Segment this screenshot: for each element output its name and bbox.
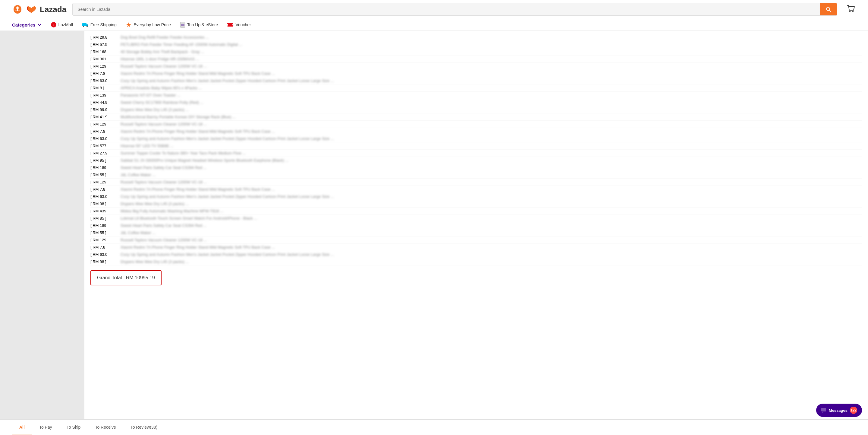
order-item[interactable]: [ RM 63.0 Cozy Up Spring and Autumn Fash… [90, 251, 862, 258]
nav-item-top-up[interactable]: Top Up & eStore [180, 22, 218, 28]
order-price: [ RM 439 [90, 209, 121, 213]
order-price: [ RM 8 ] [90, 86, 121, 90]
tab-to-receive[interactable]: To Receive [88, 420, 123, 430]
order-item[interactable]: [ RM 129 Russell Taylors Vacuum Cleaner … [90, 121, 862, 128]
order-desc: Xiaomi Redmi 7A Phone Finger Ring Holder… [121, 129, 862, 134]
order-item[interactable]: [ RM 95 ] Sabbat S1 JX-S6000Pro Unique M… [90, 157, 862, 164]
order-desc: Russell Taylors Vacuum Cleaner 1200W VC-… [121, 180, 862, 184]
order-desc: Russell Taylors Vacuum Cleaner 1200W VC-… [121, 64, 862, 68]
bottom-tab-bar: AllTo PayTo ShipTo ReceiveTo Review(38) [0, 419, 868, 430]
order-desc: APRICA Anadolu Baby Wipes 80's x 4Packs … [121, 86, 862, 90]
order-desc: Drypers Wee Wee Dry L45 (3 packs) ... [121, 259, 862, 264]
order-desc: Midea 9kg Fully Automatic Washing Machin… [121, 209, 862, 213]
order-item[interactable]: [ RM 7.8 Xiaomi Redmi 7A Phone Finger Ri… [90, 128, 862, 135]
order-price: [ RM 129 [90, 180, 121, 184]
categories-label: Categories [12, 22, 36, 27]
order-item[interactable]: [ RM 7.8 Xiaomi Redmi 7A Phone Finger Ri… [90, 244, 862, 251]
order-item[interactable]: [ RM 8 ] APRICA Anadolu Baby Wipes 80's … [90, 84, 862, 92]
nav-item-lazmall[interactable]: L LazMall [51, 22, 73, 28]
order-desc: Cozy Up Spring and Autumn Fashion Men's … [121, 252, 862, 257]
order-price: [ RM 63.0 [90, 194, 121, 199]
tab-to-pay[interactable]: To Pay [32, 420, 59, 430]
order-item[interactable]: [ RM 98 ] Drypers Wee Wee Dry L45 (3 pac… [90, 258, 862, 265]
order-price: [ RM 29.8 [90, 35, 121, 39]
svg-marker-9 [126, 22, 131, 27]
tab-to-review[interactable]: To Review(38) [123, 420, 164, 430]
search-button[interactable] [820, 3, 837, 16]
order-price: [ RM 7.8 [90, 187, 121, 192]
order-price: [ RM 129 [90, 238, 121, 242]
order-item[interactable]: [ RM 27.9 Summer Topper Cooler To Nature… [90, 150, 862, 157]
order-item[interactable]: [ RM 44.9 Sweet Cherry SC17900 Rainbow P… [90, 99, 862, 106]
everyday-low-price-label: Everyday Low Price [133, 22, 171, 27]
order-desc: PETLIBRO Fish Feeder Timer Feeding AF-15… [121, 42, 862, 47]
order-desc: Cozy Up Spring and Autumn Fashion Men's … [121, 194, 862, 199]
lazmall-icon: L [51, 22, 57, 28]
nav-item-voucher[interactable]: Voucher [227, 22, 251, 27]
order-price: [ RM 98 ] [90, 202, 121, 206]
svg-line-1 [830, 10, 831, 12]
order-desc: Xiaomi Redmi 7A Phone Finger Ring Holder… [121, 245, 862, 250]
order-item[interactable]: [ RM 577 Hisense 55" LED TV 55B8E ... [90, 142, 862, 150]
tab-to-ship[interactable]: To Ship [59, 420, 88, 430]
order-item[interactable]: [ RM 439 Midea 9kg Fully Automatic Washi… [90, 207, 862, 215]
order-item[interactable]: [ RM 361 Hisense 180L 1-door Fridge HR-1… [90, 56, 862, 63]
order-item[interactable]: [ RM 57.5 PETLIBRO Fish Feeder Timer Fee… [90, 41, 862, 48]
order-desc: Drypers Wee Wee Dry L45 (3 packs) ... [121, 107, 862, 112]
order-item[interactable]: [ RM 7.8 Xiaomi Redmi 7A Phone Finger Ri… [90, 186, 862, 193]
categories-menu[interactable]: Categories [12, 22, 41, 27]
order-item[interactable]: [ RM 63.0 Cozy Up Spring and Autumn Fash… [90, 193, 862, 200]
logo-text: Lazada [40, 5, 66, 14]
order-item[interactable]: [ RM 41.9 Multifunctional Barmy Portable… [90, 113, 862, 121]
content-area: [ RM 29.8 Dog Bowl Dog Refill Feeder Fee… [84, 31, 868, 430]
logo[interactable]: Lazada [12, 4, 66, 15]
lazada-heart-icon [25, 4, 37, 15]
order-item[interactable]: [ RM 129 Russell Taylors Vacuum Cleaner … [90, 236, 862, 244]
order-item[interactable]: [ RM 7.8 Xiaomi Redmi 7A Phone Finger Ri… [90, 70, 862, 77]
voucher-label: Voucher [236, 22, 251, 27]
order-price: [ RM 44.9 [90, 100, 121, 105]
order-price: [ RM 63.0 [90, 79, 121, 83]
order-item[interactable]: [ RM 55 ] JdL Coffee Maker ... [90, 171, 862, 179]
order-price: [ RM 85 ] [90, 216, 121, 221]
order-item[interactable]: [ RM 129 Russell Taylors Vacuum Cleaner … [90, 63, 862, 70]
order-item[interactable]: [ RM 189 Sweet Heart Paris Safety Car Se… [90, 222, 862, 229]
nav-item-everyday-low-price[interactable]: Everyday Low Price [126, 22, 171, 28]
order-desc: Sweet Heart Paris Safety Car Seat CS394 … [121, 223, 862, 228]
order-price: [ RM 7.8 [90, 71, 121, 76]
search-icon [826, 6, 832, 12]
order-item[interactable]: [ RM 85 ] Lokmat L8 Bluetooth Touch Scre… [90, 215, 862, 222]
search-input[interactable] [73, 3, 820, 16]
order-price: [ RM 27.9 [90, 151, 121, 155]
order-price: [ RM 63.0 [90, 252, 121, 257]
order-item[interactable]: [ RM 63.0 Cozy Up Spring and Autumn Fash… [90, 77, 862, 84]
top-up-icon [180, 22, 185, 28]
order-desc: JdL Coffee Maker ... [121, 173, 862, 177]
order-item[interactable]: [ RM 139 Panasonic NT-GT Oven Toaster ..… [90, 92, 862, 99]
order-desc: Xiaomi Redmi 7A Phone Finger Ring Holder… [121, 71, 862, 76]
order-item[interactable]: [ RM 168 40 Storage Bobby Ann Theft Back… [90, 48, 862, 56]
order-desc: 40 Storage Bobby Ann Theft Backpack - Gr… [121, 50, 862, 54]
order-desc: Sweet Cherry SC17900 Rainbow Potty (Red)… [121, 100, 862, 105]
order-item[interactable]: [ RM 189 Sweet Heart Paris Safety Car Se… [90, 164, 862, 171]
order-desc: Sweet Heart Paris Safety Car Seat CS394 … [121, 165, 862, 170]
tab-all[interactable]: All [12, 420, 32, 430]
main-layout: [ RM 29.8 Dog Bowl Dog Refill Feeder Fee… [0, 31, 868, 430]
order-item[interactable]: [ RM 99.9 Drypers Wee Wee Dry L45 (3 pac… [90, 106, 862, 113]
order-item[interactable]: [ RM 29.8 Dog Bowl Dog Refill Feeder Fee… [90, 34, 862, 41]
svg-text:L: L [53, 24, 54, 27]
messages-bubble[interactable]: Messages 122 [816, 404, 862, 417]
order-price: [ RM 99.9 [90, 107, 121, 112]
order-item[interactable]: [ RM 55 ] JdL Coffee Maker ... [90, 229, 862, 236]
order-desc: Sabbat S1 JX-S6000Pro Unique Magnet Head… [121, 158, 862, 163]
nav-item-free-shipping[interactable]: Free Shipping [82, 22, 117, 27]
cart-button[interactable] [846, 4, 856, 15]
messages-icon [821, 408, 827, 413]
order-desc: Hisense 180L 1-door Fridge HR-150MAAS ..… [121, 57, 862, 61]
order-item[interactable]: [ RM 98 ] Drypers Wee Wee Dry L45 (3 pac… [90, 200, 862, 207]
lazada-logo-icon [12, 4, 23, 15]
order-price: [ RM 139 [90, 93, 121, 97]
order-item[interactable]: [ RM 63.0 Cozy Up Spring and Autumn Fash… [90, 135, 862, 142]
order-desc: Summer Topper Cooler To Nature 380+ Year… [121, 151, 862, 155]
order-item[interactable]: [ RM 129 Russell Taylors Vacuum Cleaner … [90, 179, 862, 186]
